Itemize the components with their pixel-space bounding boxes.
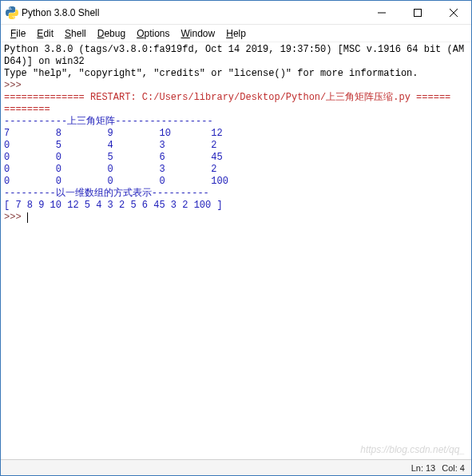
output-header: ---------以一维数组的方式表示---------- [4, 188, 209, 199]
titlebar: Python 3.8.0 Shell [1, 1, 471, 25]
menu-debug[interactable]: Debug [93, 26, 130, 41]
restart-banner: ============== RESTART: C:/Users/library… [4, 92, 450, 115]
banner-text: Type "help", "copyright", "credits" or "… [4, 68, 418, 79]
maximize-button[interactable] [399, 1, 435, 24]
statusbar: Ln: 13 Col: 4 [1, 459, 471, 475]
menubar: File Edit Shell Debug Options Window Hel… [1, 25, 471, 42]
prompt: >>> [4, 212, 27, 223]
matrix-row: 0 0 0 0 100 [4, 176, 228, 187]
minimize-button[interactable] [363, 1, 399, 24]
watermark: https://blog.csdn.net/qq_ [360, 444, 465, 456]
menu-edit[interactable]: Edit [32, 26, 58, 41]
array-output: [ 7 8 9 10 12 5 4 3 2 5 6 45 3 2 100 ] [4, 200, 223, 211]
output-header: -----------上三角矩阵----------------- [4, 116, 213, 127]
status-col: Col: 4 [442, 463, 465, 473]
menu-file[interactable]: File [6, 26, 30, 41]
svg-rect-0 [414, 9, 421, 16]
matrix-row: 7 8 9 10 12 [4, 128, 223, 139]
shell-output[interactable]: Python 3.8.0 (tags/v3.8.0:fa919fd, Oct 1… [1, 42, 471, 459]
menu-shell[interactable]: Shell [60, 26, 91, 41]
prompt: >>> [4, 80, 27, 91]
menu-window[interactable]: Window [177, 26, 220, 41]
close-button[interactable] [435, 1, 471, 24]
matrix-row: 0 5 4 3 2 [4, 140, 216, 151]
menu-help[interactable]: Help [221, 26, 251, 41]
menu-options[interactable]: Options [132, 26, 174, 41]
banner-text: D64)] on win32 [4, 56, 85, 67]
matrix-row: 0 0 0 3 2 [4, 164, 216, 175]
python-icon [6, 6, 18, 19]
window-controls [363, 1, 471, 24]
status-line: Ln: 13 [411, 463, 436, 473]
text-cursor [27, 212, 28, 223]
window-title: Python 3.8.0 Shell [22, 7, 363, 18]
matrix-row: 0 0 5 6 45 [4, 152, 223, 163]
banner-text: Python 3.8.0 (tags/v3.8.0:fa919fd, Oct 1… [4, 44, 464, 55]
